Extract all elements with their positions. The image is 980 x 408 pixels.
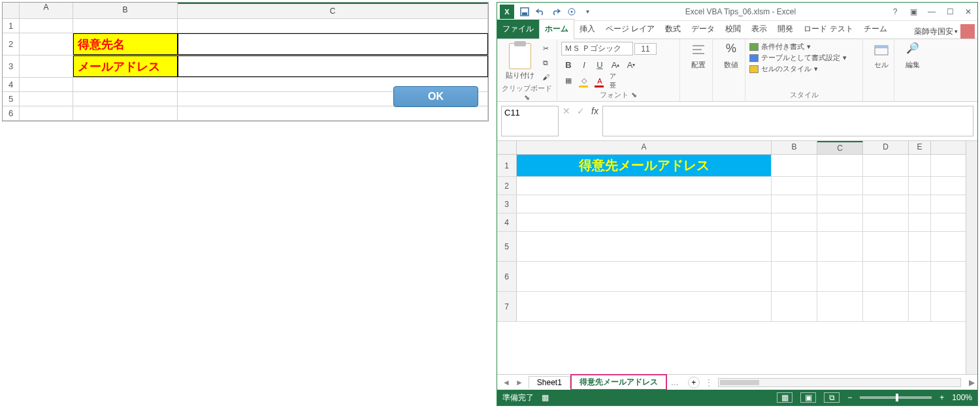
underline-icon[interactable]: U (594, 59, 606, 70)
email-input[interactable] (178, 55, 488, 77)
cell-C1[interactable] (178, 19, 488, 33)
tab-view[interactable]: 表示 (746, 20, 772, 39)
conditional-format-button[interactable]: 条件付き書式 ▾ (749, 42, 858, 52)
row-1-header[interactable]: 1 (3, 19, 20, 33)
paste-icon[interactable] (509, 43, 531, 69)
cell-A5[interactable] (517, 232, 772, 261)
cell-A6[interactable] (517, 262, 772, 291)
cell-E6[interactable] (909, 262, 931, 291)
cell-B1[interactable] (772, 155, 817, 176)
fill-color-icon[interactable]: ◇ (578, 76, 590, 86)
cancel-formula-icon[interactable]: ✕ (563, 106, 570, 116)
cell-C3[interactable] (817, 195, 863, 213)
zoom-level[interactable]: 100% (952, 393, 972, 402)
row-3-header[interactable]: 3 (3, 55, 20, 77)
tab-nav-prev-icon[interactable]: ◄ (502, 378, 510, 387)
cut-icon[interactable]: ✂ (540, 43, 551, 54)
bold-icon[interactable]: B (563, 59, 574, 70)
copy-icon[interactable]: ⧉ (540, 57, 551, 68)
page-break-view-icon[interactable]: ⧉ (824, 392, 840, 403)
sheet-tab-1[interactable]: Sheet1 (529, 376, 570, 388)
phonetic-icon[interactable]: ア亜 (610, 76, 621, 86)
font-name-select[interactable]: ＭＳ Ｐゴシック (561, 42, 633, 55)
qat-dropdown-icon[interactable]: ▾ (580, 4, 595, 20)
close-button[interactable]: ✕ (959, 7, 977, 16)
format-painter-icon[interactable]: 🖌 (540, 72, 551, 82)
row-7[interactable]: 7 (497, 292, 517, 321)
formula-input[interactable] (602, 106, 973, 136)
enter-formula-icon[interactable]: ✓ (577, 106, 585, 116)
cell-A1[interactable] (20, 19, 73, 33)
cell-A2[interactable] (517, 177, 772, 195)
border-icon[interactable]: ▦ (563, 76, 574, 86)
row-5-header[interactable]: 5 (3, 92, 20, 106)
name-box[interactable]: C11 (501, 106, 559, 136)
normal-view-icon[interactable]: ▦ (777, 392, 792, 403)
tab-page-layout[interactable]: ページ レイア (600, 20, 660, 39)
cell-D3[interactable] (863, 195, 909, 213)
new-sheet-icon[interactable]: + (688, 377, 700, 388)
row-4[interactable]: 4 (497, 213, 517, 231)
tab-formulas[interactable]: 数式 (660, 20, 686, 39)
cells-button[interactable]: セル (867, 42, 896, 70)
paste-button[interactable]: 貼り付け (501, 71, 538, 80)
col-A[interactable]: A (517, 141, 772, 154)
row-3[interactable]: 3 (497, 195, 517, 213)
grow-font-icon[interactable]: A▴ (610, 59, 621, 70)
italic-icon[interactable]: I (578, 59, 590, 70)
cell-E4[interactable] (909, 213, 931, 231)
fx-icon[interactable]: fx (591, 106, 598, 116)
col-D[interactable]: D (863, 141, 909, 154)
row-5[interactable]: 5 (497, 232, 517, 261)
cell-C2[interactable] (817, 177, 863, 195)
touch-mode-icon[interactable] (564, 4, 580, 20)
tabs-more-icon[interactable]: … (667, 378, 683, 387)
cell-B3[interactable] (772, 195, 817, 213)
number-button[interactable]: % 数値 (717, 42, 745, 70)
cell-styles-button[interactable]: セルのスタイル ▾ (749, 64, 858, 74)
col-B[interactable]: B (772, 141, 817, 154)
page-layout-view-icon[interactable]: ▣ (800, 392, 816, 403)
cell-C7[interactable] (817, 292, 863, 321)
cell-A1-header[interactable]: 得意先メールアドレス (517, 155, 772, 176)
cell-E5[interactable] (909, 232, 931, 261)
row-2[interactable]: 2 (497, 177, 517, 195)
cell-D5[interactable] (863, 232, 909, 261)
hscroll-right-icon[interactable]: ▶ (966, 378, 977, 387)
cell-D4[interactable] (863, 213, 909, 231)
cell-B5[interactable] (772, 232, 817, 261)
cell-A4[interactable] (517, 213, 772, 231)
row-6[interactable]: 6 (497, 262, 517, 291)
maximize-button[interactable]: ☐ (941, 7, 959, 16)
cell-B6[interactable] (772, 262, 817, 291)
cell-E3[interactable] (909, 195, 931, 213)
horizontal-scrollbar[interactable] (718, 378, 961, 387)
minimize-button[interactable]: — (923, 7, 941, 16)
tab-file[interactable]: ファイル (497, 20, 539, 39)
cell-A4[interactable] (20, 78, 73, 91)
macro-record-icon[interactable]: ▦ (542, 393, 549, 402)
cell-A3[interactable] (20, 55, 73, 77)
cell-D1[interactable] (863, 155, 909, 176)
zoom-out-icon[interactable]: − (847, 393, 852, 402)
font-size-select[interactable]: 11 (634, 43, 657, 55)
tab-team[interactable]: チーム (858, 20, 892, 39)
cell-E7[interactable] (909, 292, 931, 321)
tab-insert[interactable]: 挿入 (574, 20, 600, 39)
tab-nav-next-icon[interactable]: ► (515, 378, 523, 387)
zoom-in-icon[interactable]: + (939, 393, 944, 402)
sheet-tab-2[interactable]: 得意先メールアドレス (570, 374, 667, 390)
cell-D6[interactable] (863, 262, 909, 291)
cell-B4[interactable] (73, 78, 178, 91)
select-all[interactable] (497, 141, 517, 154)
cell-A5[interactable] (20, 92, 73, 106)
shrink-font-icon[interactable]: A▾ (625, 59, 637, 70)
format-table-button[interactable]: テーブルとして書式設定 ▾ (749, 53, 858, 63)
cell-C1[interactable] (817, 155, 863, 176)
cell-B1[interactable] (73, 19, 178, 33)
help-icon[interactable]: ? (886, 7, 904, 16)
undo-icon[interactable] (532, 4, 548, 20)
ok-button[interactable]: OK (393, 86, 478, 107)
cell-B4[interactable] (772, 213, 817, 231)
cell-E1[interactable] (909, 155, 931, 176)
